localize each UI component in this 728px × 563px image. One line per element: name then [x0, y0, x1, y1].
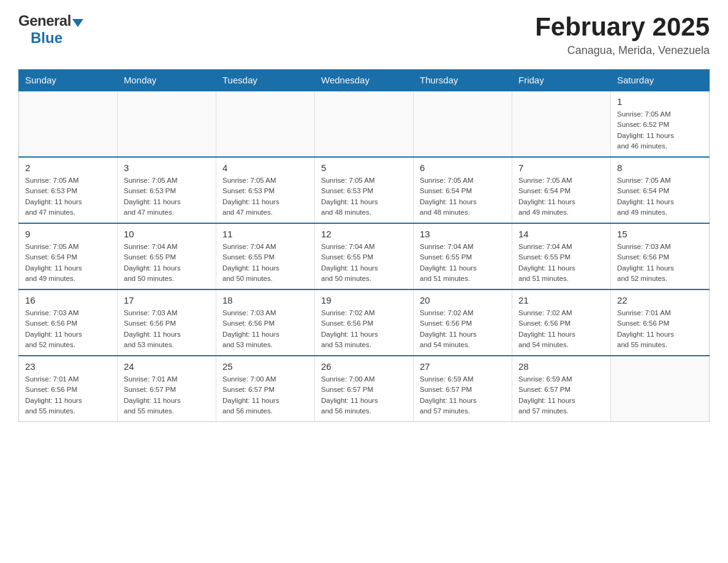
- day-of-week-header: Tuesday: [216, 70, 315, 91]
- day-info: Sunrise: 7:04 AM Sunset: 6:55 PM Dayligh…: [321, 242, 407, 284]
- calendar-day-cell: [414, 91, 512, 157]
- day-number: 10: [124, 229, 210, 239]
- calendar-day-cell: 12Sunrise: 7:04 AM Sunset: 6:55 PM Dayli…: [315, 223, 414, 289]
- page-header: General Blue February 2025 Canagua, Meri…: [18, 12, 710, 57]
- calendar-day-cell: [118, 91, 216, 157]
- day-of-week-header: Friday: [512, 70, 611, 91]
- day-number: 3: [124, 163, 210, 173]
- day-of-week-header: Wednesday: [315, 70, 414, 91]
- calendar-day-cell: 26Sunrise: 7:00 AM Sunset: 6:57 PM Dayli…: [315, 356, 414, 422]
- calendar-week-row: 16Sunrise: 7:03 AM Sunset: 6:56 PM Dayli…: [19, 289, 710, 356]
- day-info: Sunrise: 7:01 AM Sunset: 6:56 PM Dayligh…: [25, 374, 111, 416]
- calendar-day-cell: 19Sunrise: 7:02 AM Sunset: 6:56 PM Dayli…: [315, 289, 414, 356]
- day-number: 15: [617, 229, 703, 239]
- day-number: 19: [321, 295, 407, 305]
- day-info: Sunrise: 7:05 AM Sunset: 6:54 PM Dayligh…: [617, 175, 703, 218]
- day-info: Sunrise: 7:02 AM Sunset: 6:56 PM Dayligh…: [518, 308, 604, 350]
- calendar-week-row: 1Sunrise: 7:05 AM Sunset: 6:52 PM Daylig…: [19, 91, 710, 157]
- day-number: 22: [617, 295, 703, 305]
- calendar-day-cell: 11Sunrise: 7:04 AM Sunset: 6:55 PM Dayli…: [216, 223, 315, 289]
- day-number: 23: [25, 361, 111, 372]
- day-info: Sunrise: 7:02 AM Sunset: 6:56 PM Dayligh…: [321, 308, 407, 350]
- day-info: Sunrise: 7:01 AM Sunset: 6:57 PM Dayligh…: [124, 374, 210, 416]
- calendar-day-cell: 7Sunrise: 7:05 AM Sunset: 6:54 PM Daylig…: [512, 157, 611, 223]
- day-info: Sunrise: 7:04 AM Sunset: 6:55 PM Dayligh…: [124, 242, 210, 284]
- day-number: 24: [124, 361, 210, 372]
- day-number: 5: [321, 163, 407, 173]
- calendar-day-cell: [611, 356, 710, 422]
- day-number: 25: [222, 361, 308, 372]
- calendar-day-cell: 5Sunrise: 7:05 AM Sunset: 6:53 PM Daylig…: [315, 157, 414, 223]
- day-info: Sunrise: 7:04 AM Sunset: 6:55 PM Dayligh…: [420, 242, 506, 284]
- calendar-week-row: 2Sunrise: 7:05 AM Sunset: 6:53 PM Daylig…: [19, 157, 710, 223]
- day-info: Sunrise: 7:03 AM Sunset: 6:56 PM Dayligh…: [222, 308, 308, 350]
- calendar-day-cell: 25Sunrise: 7:00 AM Sunset: 6:57 PM Dayli…: [216, 356, 315, 422]
- day-number: 7: [518, 163, 604, 173]
- calendar-day-cell: 27Sunrise: 6:59 AM Sunset: 6:57 PM Dayli…: [414, 356, 512, 422]
- calendar-table: SundayMondayTuesdayWednesdayThursdayFrid…: [18, 69, 710, 422]
- location-text: Canagua, Merida, Venezuela: [535, 44, 710, 57]
- logo-blue-text: Blue: [31, 29, 63, 46]
- day-info: Sunrise: 7:05 AM Sunset: 6:53 PM Dayligh…: [25, 175, 111, 218]
- calendar-day-cell: 20Sunrise: 7:02 AM Sunset: 6:56 PM Dayli…: [414, 289, 512, 356]
- calendar-day-cell: 4Sunrise: 7:05 AM Sunset: 6:53 PM Daylig…: [216, 157, 315, 223]
- day-number: 17: [124, 295, 210, 305]
- calendar-day-cell: 17Sunrise: 7:03 AM Sunset: 6:56 PM Dayli…: [118, 289, 216, 356]
- day-info: Sunrise: 7:03 AM Sunset: 6:56 PM Dayligh…: [124, 308, 210, 350]
- day-info: Sunrise: 7:05 AM Sunset: 6:53 PM Dayligh…: [222, 175, 308, 218]
- day-info: Sunrise: 7:03 AM Sunset: 6:56 PM Dayligh…: [25, 308, 111, 350]
- day-number: 28: [518, 361, 604, 372]
- day-info: Sunrise: 6:59 AM Sunset: 6:57 PM Dayligh…: [518, 374, 604, 416]
- calendar-day-cell: 15Sunrise: 7:03 AM Sunset: 6:56 PM Dayli…: [611, 223, 710, 289]
- day-number: 2: [25, 163, 111, 173]
- day-number: 18: [222, 295, 308, 305]
- calendar-day-cell: 18Sunrise: 7:03 AM Sunset: 6:56 PM Dayli…: [216, 289, 315, 356]
- calendar-day-cell: 10Sunrise: 7:04 AM Sunset: 6:55 PM Dayli…: [118, 223, 216, 289]
- day-of-week-header: Thursday: [414, 70, 512, 91]
- calendar-day-cell: 13Sunrise: 7:04 AM Sunset: 6:55 PM Dayli…: [414, 223, 512, 289]
- calendar-day-cell: 16Sunrise: 7:03 AM Sunset: 6:56 PM Dayli…: [19, 289, 118, 356]
- days-of-week-row: SundayMondayTuesdayWednesdayThursdayFrid…: [19, 70, 710, 91]
- day-number: 16: [25, 295, 111, 305]
- day-number: 13: [420, 229, 506, 239]
- day-number: 20: [420, 295, 506, 305]
- day-info: Sunrise: 7:05 AM Sunset: 6:53 PM Dayligh…: [124, 175, 210, 218]
- day-info: Sunrise: 7:01 AM Sunset: 6:56 PM Dayligh…: [617, 308, 703, 350]
- day-number: 27: [420, 361, 506, 372]
- calendar-day-cell: 24Sunrise: 7:01 AM Sunset: 6:57 PM Dayli…: [118, 356, 216, 422]
- day-number: 9: [25, 229, 111, 239]
- day-info: Sunrise: 7:04 AM Sunset: 6:55 PM Dayligh…: [518, 242, 604, 284]
- title-block: February 2025 Canagua, Merida, Venezuela: [535, 12, 710, 57]
- calendar-day-cell: 23Sunrise: 7:01 AM Sunset: 6:56 PM Dayli…: [19, 356, 118, 422]
- calendar-day-cell: 3Sunrise: 7:05 AM Sunset: 6:53 PM Daylig…: [118, 157, 216, 223]
- day-info: Sunrise: 7:02 AM Sunset: 6:56 PM Dayligh…: [420, 308, 506, 350]
- calendar-day-cell: 22Sunrise: 7:01 AM Sunset: 6:56 PM Dayli…: [611, 289, 710, 356]
- calendar-day-cell: 1Sunrise: 7:05 AM Sunset: 6:52 PM Daylig…: [611, 91, 710, 157]
- day-of-week-header: Saturday: [611, 70, 710, 91]
- calendar-body: 1Sunrise: 7:05 AM Sunset: 6:52 PM Daylig…: [19, 91, 710, 422]
- month-title: February 2025: [535, 12, 710, 42]
- day-info: Sunrise: 7:03 AM Sunset: 6:56 PM Dayligh…: [617, 242, 703, 284]
- calendar-day-cell: 8Sunrise: 7:05 AM Sunset: 6:54 PM Daylig…: [611, 157, 710, 223]
- calendar-day-cell: [315, 91, 414, 157]
- day-of-week-header: Sunday: [19, 70, 118, 91]
- day-info: Sunrise: 7:05 AM Sunset: 6:53 PM Dayligh…: [321, 175, 407, 218]
- day-number: 12: [321, 229, 407, 239]
- day-info: Sunrise: 7:05 AM Sunset: 6:54 PM Dayligh…: [25, 242, 111, 284]
- logo-general-text: General: [18, 12, 71, 29]
- day-info: Sunrise: 7:05 AM Sunset: 6:52 PM Dayligh…: [617, 109, 703, 151]
- calendar-week-row: 23Sunrise: 7:01 AM Sunset: 6:56 PM Dayli…: [19, 356, 710, 422]
- day-of-week-header: Monday: [118, 70, 216, 91]
- day-info: Sunrise: 7:04 AM Sunset: 6:55 PM Dayligh…: [222, 242, 308, 284]
- day-info: Sunrise: 7:05 AM Sunset: 6:54 PM Dayligh…: [518, 175, 604, 218]
- day-info: Sunrise: 7:00 AM Sunset: 6:57 PM Dayligh…: [321, 374, 407, 416]
- day-info: Sunrise: 6:59 AM Sunset: 6:57 PM Dayligh…: [420, 374, 506, 416]
- logo-arrow-icon: [72, 19, 83, 27]
- calendar-day-cell: 28Sunrise: 6:59 AM Sunset: 6:57 PM Dayli…: [512, 356, 611, 422]
- day-number: 26: [321, 361, 407, 372]
- calendar-day-cell: 9Sunrise: 7:05 AM Sunset: 6:54 PM Daylig…: [19, 223, 118, 289]
- calendar-day-cell: 21Sunrise: 7:02 AM Sunset: 6:56 PM Dayli…: [512, 289, 611, 356]
- calendar-day-cell: [216, 91, 315, 157]
- calendar-header: SundayMondayTuesdayWednesdayThursdayFrid…: [19, 70, 710, 91]
- calendar-day-cell: 2Sunrise: 7:05 AM Sunset: 6:53 PM Daylig…: [19, 157, 118, 223]
